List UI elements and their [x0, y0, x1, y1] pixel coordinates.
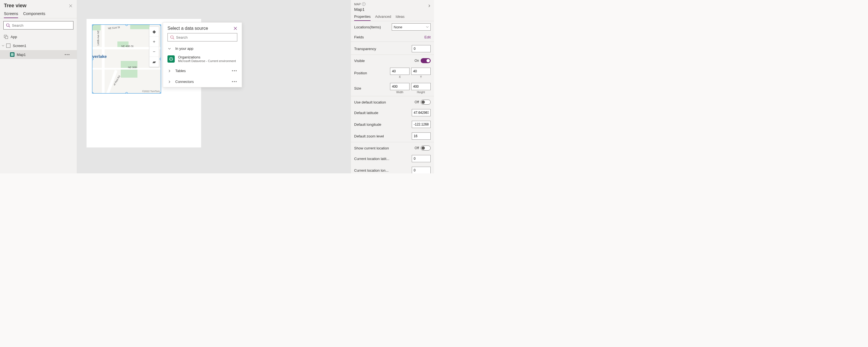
tree-search-input[interactable] — [12, 23, 71, 28]
more-icon[interactable]: ••• — [232, 80, 237, 84]
edit-fields-link[interactable]: Edit — [425, 35, 431, 39]
section-tables[interactable]: Tables ••• — [163, 65, 242, 76]
prop-show-current-label: Show current location — [354, 146, 389, 150]
section-label: Connectors — [175, 80, 194, 84]
tree-view-panel: Tree view Screens Components App Screen1 — [0, 0, 77, 174]
default-zoom-input[interactable] — [412, 132, 431, 140]
data-source-item-organizations[interactable]: Organizations Microsoft Dataverse - Curr… — [163, 54, 242, 65]
position-y-input[interactable] — [411, 68, 431, 75]
resize-handle[interactable] — [92, 92, 93, 94]
zoom-in-button[interactable]: + — [149, 37, 159, 47]
current-lon-input[interactable] — [412, 167, 431, 174]
axis-label: Width — [396, 91, 403, 94]
section-connectors[interactable]: Connectors ••• — [163, 76, 242, 87]
svg-point-0 — [6, 24, 9, 26]
search-icon — [6, 23, 10, 28]
axis-label: Height — [417, 91, 425, 94]
chevron-right-icon — [167, 80, 172, 84]
screen-icon — [6, 43, 10, 48]
axis-label: Y — [420, 75, 422, 78]
prop-locations-select[interactable]: None — [392, 23, 431, 31]
prop-use-default-label: Use default location — [354, 100, 386, 104]
prop-locations-label: Locations(Items) — [354, 25, 381, 29]
svg-point-4 — [170, 36, 173, 38]
map-street-label: NE 30th — [128, 66, 137, 69]
map-city-label: verlake — [92, 54, 107, 59]
map-copyright: ©2022 TomTom — [142, 90, 160, 93]
resize-handle[interactable] — [160, 58, 161, 60]
map-street-label: NE 40th St — [121, 45, 133, 48]
prop-size-label: Size — [354, 86, 361, 90]
chevron-right-icon[interactable] — [427, 4, 431, 8]
resize-handle[interactable] — [160, 92, 161, 94]
tab-screens[interactable]: Screens — [4, 11, 18, 18]
tree-node-screen[interactable]: Screen1 — [0, 41, 77, 50]
data-source-subtitle: Microsoft Dataverse - Current environmen… — [178, 59, 236, 63]
default-lon-input[interactable] — [412, 121, 431, 128]
pitch-button[interactable]: ▰ — [149, 57, 159, 67]
tree-node-app[interactable]: App — [0, 32, 77, 41]
prop-visible-label: Visible — [354, 59, 365, 63]
compass-icon[interactable]: ◆ — [149, 27, 159, 37]
prop-current-lat-label: Current location latit... — [354, 157, 389, 161]
tab-advanced[interactable]: Advanced — [375, 14, 391, 21]
default-lat-input[interactable] — [412, 109, 431, 116]
svg-rect-2 — [5, 36, 8, 39]
chevron-down-icon[interactable] — [2, 44, 4, 47]
design-canvas[interactable]: 148th Ave NE NE 51st St NE 40th St NE 30… — [77, 0, 350, 174]
prop-default-lat-label: Default latitude — [354, 111, 378, 115]
map-zoom-controls: ◆ + − ▰ — [149, 26, 159, 67]
tree-node-label: Screen1 — [13, 44, 26, 48]
svg-rect-3 — [6, 44, 10, 48]
search-icon — [170, 35, 175, 39]
prop-transparency-input[interactable] — [412, 45, 431, 52]
more-icon[interactable]: ••• — [65, 53, 73, 57]
close-icon[interactable] — [68, 4, 73, 8]
current-lat-input[interactable] — [412, 155, 431, 162]
more-icon[interactable]: ••• — [232, 69, 237, 73]
tree-node-label: App — [10, 35, 17, 39]
resize-handle[interactable] — [160, 25, 161, 26]
svg-point-5 — [169, 57, 173, 61]
zoom-out-button[interactable]: − — [149, 47, 159, 57]
app-icon — [4, 34, 8, 39]
data-source-search[interactable] — [167, 33, 237, 41]
data-source-popup: Select a data source In your app Organiz… — [163, 22, 242, 87]
data-source-search-input[interactable] — [176, 35, 235, 39]
visible-toggle[interactable] — [421, 58, 431, 63]
close-icon[interactable] — [234, 26, 237, 30]
properties-panel: MAP ? Map1 Properties Advanced Ideas Loc… — [350, 0, 434, 174]
resize-handle[interactable] — [125, 92, 128, 94]
toggle-state-text: Off — [414, 146, 419, 150]
tree-search-box[interactable] — [3, 21, 73, 30]
size-height-input[interactable] — [411, 83, 431, 90]
toggle-state-text: On — [414, 59, 419, 63]
prop-default-zoom-label: Default zoom level — [354, 134, 384, 138]
prop-default-lon-label: Default longitude — [354, 122, 381, 127]
prop-position-label: Position — [354, 71, 367, 75]
control-name: Map1 — [354, 7, 431, 12]
map-street-label: 148th Ave NE — [97, 30, 100, 45]
control-type-label: MAP ? — [354, 2, 431, 6]
tree-node-label: Map1 — [17, 53, 26, 57]
prop-current-lon-label: Current location lon... — [354, 168, 389, 172]
chevron-down-icon — [426, 26, 429, 28]
tab-components[interactable]: Components — [23, 11, 45, 18]
axis-label: X — [399, 75, 401, 78]
toggle-state-text: Off — [414, 100, 419, 104]
prop-transparency-label: Transparency — [354, 47, 376, 51]
tree-view-title: Tree view — [4, 3, 26, 9]
position-x-input[interactable] — [390, 68, 409, 75]
section-in-your-app[interactable]: In your app — [163, 44, 242, 54]
map-control[interactable]: 148th Ave NE NE 51st St NE 40th St NE 30… — [92, 25, 161, 94]
help-icon[interactable]: ? — [362, 2, 366, 6]
size-width-input[interactable] — [390, 83, 409, 90]
dataverse-icon — [167, 55, 175, 63]
show-current-toggle[interactable] — [421, 146, 431, 151]
chevron-right-icon — [167, 69, 172, 73]
chevron-down-icon — [167, 47, 172, 51]
tab-properties[interactable]: Properties — [354, 14, 371, 21]
use-default-toggle[interactable] — [421, 100, 431, 105]
tab-ideas[interactable]: Ideas — [396, 14, 404, 21]
tree-node-map[interactable]: Map1 ••• — [0, 50, 77, 59]
